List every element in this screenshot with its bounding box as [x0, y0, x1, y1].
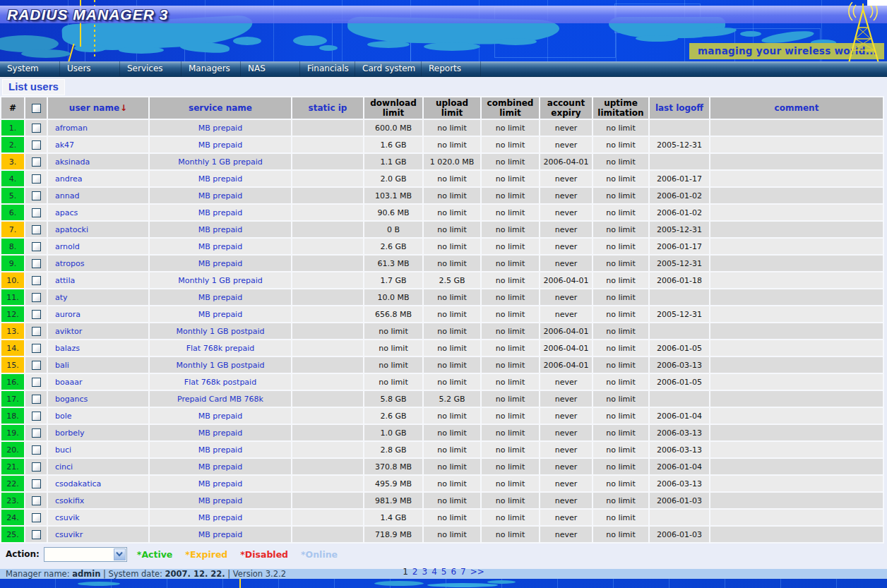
- service-name-link[interactable]: MB prepaid: [150, 408, 291, 424]
- service-name-link[interactable]: MB prepaid: [150, 442, 291, 457]
- service-name-link[interactable]: MB prepaid: [150, 256, 291, 271]
- service-name-link[interactable]: Monthly 1 GB postpaid: [150, 323, 291, 339]
- user-name-link[interactable]: aty: [48, 289, 148, 305]
- column-header-select[interactable]: [25, 97, 47, 119]
- comment-value: [710, 289, 883, 305]
- service-name-link[interactable]: MB prepaid: [150, 425, 291, 440]
- service-name-link[interactable]: MB prepaid: [150, 205, 291, 220]
- menu-item-users[interactable]: Users: [60, 61, 120, 76]
- row-checkbox[interactable]: [32, 157, 41, 167]
- row-checkbox[interactable]: [32, 208, 41, 217]
- menu-item-services[interactable]: Services: [120, 61, 181, 76]
- user-name-link[interactable]: ak47: [48, 137, 148, 152]
- user-name-link[interactable]: afroman: [48, 120, 148, 136]
- user-name-link[interactable]: apacs: [48, 205, 148, 220]
- row-checkbox[interactable]: [32, 344, 41, 353]
- service-name-link[interactable]: MB prepaid: [150, 510, 291, 525]
- user-name-link[interactable]: aksinada: [48, 154, 148, 169]
- column-header-last-logoff[interactable]: last logoff: [650, 97, 709, 119]
- page-link-3[interactable]: 3: [422, 567, 427, 577]
- page-link-4[interactable]: 4: [431, 567, 437, 577]
- menu-item-system[interactable]: System: [0, 61, 60, 76]
- row-checkbox[interactable]: [32, 412, 41, 421]
- service-name-link[interactable]: Monthly 1 GB prepaid: [150, 272, 291, 288]
- user-name-link[interactable]: csokifix: [48, 493, 148, 508]
- menu-item-managers[interactable]: Managers: [181, 61, 241, 76]
- service-name-link[interactable]: MB prepaid: [150, 476, 291, 491]
- row-checkbox[interactable]: [32, 140, 41, 150]
- user-name-link[interactable]: atropos: [48, 256, 148, 271]
- menu-item-financials[interactable]: Financials: [300, 61, 355, 76]
- row-checkbox[interactable]: [32, 276, 41, 285]
- row-checkbox[interactable]: [32, 225, 41, 234]
- row-checkbox[interactable]: [32, 310, 41, 319]
- page-link-2[interactable]: 2: [412, 567, 418, 577]
- page-link-7[interactable]: 7: [460, 567, 466, 577]
- row-checkbox[interactable]: [32, 259, 41, 268]
- row-checkbox[interactable]: [32, 479, 41, 488]
- user-name-link[interactable]: bali: [48, 357, 148, 373]
- service-name-link[interactable]: MB prepaid: [150, 493, 291, 508]
- user-name-link[interactable]: cinci: [48, 459, 148, 474]
- service-name-link[interactable]: MB prepaid: [150, 222, 291, 237]
- menu-item-nas[interactable]: NAS: [241, 61, 300, 76]
- user-name-link[interactable]: bole: [48, 408, 148, 424]
- row-checkbox[interactable]: [32, 361, 41, 370]
- user-name-link[interactable]: attila: [48, 272, 148, 288]
- service-name-link[interactable]: MB prepaid: [150, 306, 291, 322]
- page-link-5[interactable]: 5: [441, 567, 447, 577]
- service-name-link[interactable]: MB prepaid: [150, 459, 291, 474]
- row-checkbox[interactable]: [32, 242, 41, 251]
- row-checkbox[interactable]: [32, 293, 41, 302]
- user-name-link[interactable]: csuvik: [48, 510, 148, 525]
- service-name-link[interactable]: MB prepaid: [150, 239, 291, 254]
- row-checkbox[interactable]: [32, 191, 41, 200]
- row-checkbox[interactable]: [32, 327, 41, 336]
- service-name-link[interactable]: MB prepaid: [150, 527, 291, 542]
- row-checkbox[interactable]: [32, 530, 41, 539]
- row-checkbox[interactable]: [32, 462, 41, 472]
- page-link-6[interactable]: 6: [451, 567, 456, 577]
- column-header-comment[interactable]: comment: [710, 97, 883, 119]
- user-name-link[interactable]: aurora: [48, 306, 148, 322]
- row-checkbox[interactable]: [32, 124, 41, 133]
- menu-item-reports[interactable]: Reports: [422, 61, 481, 76]
- row-checkbox[interactable]: [32, 378, 41, 387]
- row-checkbox[interactable]: [32, 174, 41, 184]
- service-name-link[interactable]: Prepaid Card MB 768k: [150, 391, 291, 407]
- user-name-link[interactable]: buci: [48, 442, 148, 457]
- service-name-link[interactable]: MB prepaid: [150, 188, 291, 203]
- menu-item-card-system[interactable]: Card system: [355, 61, 422, 76]
- user-name-link[interactable]: apatocki: [48, 222, 148, 237]
- user-name-link[interactable]: aviktor: [48, 323, 148, 339]
- user-name-link[interactable]: borbely: [48, 425, 148, 440]
- user-name-link[interactable]: csuvikr: [48, 527, 148, 542]
- user-name-link[interactable]: arnold: [48, 239, 148, 254]
- select-all-checkbox[interactable]: [32, 104, 41, 113]
- service-name-link[interactable]: MB prepaid: [150, 171, 291, 186]
- service-name-link[interactable]: Monthly 1 GB prepaid: [150, 154, 291, 169]
- column-header-static-ip[interactable]: static ip: [292, 97, 363, 119]
- user-name-link[interactable]: balazs: [48, 340, 148, 356]
- row-checkbox[interactable]: [32, 445, 41, 455]
- service-name-link[interactable]: MB prepaid: [150, 137, 291, 152]
- column-header-user-name[interactable]: user name↓: [48, 97, 148, 119]
- service-name-link[interactable]: MB prepaid: [150, 120, 291, 136]
- user-name-link[interactable]: bogancs: [48, 391, 148, 407]
- action-select[interactable]: [44, 547, 127, 562]
- row-checkbox[interactable]: [32, 496, 41, 505]
- user-name-link[interactable]: annad: [48, 188, 148, 203]
- column-header-service-name[interactable]: service name: [150, 97, 291, 119]
- service-name-link[interactable]: Flat 768k postpaid: [150, 374, 291, 390]
- page-next-link[interactable]: >>: [470, 567, 484, 577]
- chevron-down-icon[interactable]: [114, 548, 126, 560]
- user-name-link[interactable]: csodakatica: [48, 476, 148, 491]
- user-name-link[interactable]: andrea: [48, 171, 148, 186]
- row-checkbox[interactable]: [32, 513, 41, 522]
- service-name-link[interactable]: Flat 768k prepaid: [150, 340, 291, 356]
- user-name-link[interactable]: boaaar: [48, 374, 148, 390]
- service-name-link[interactable]: Monthly 1 GB postpaid: [150, 357, 291, 373]
- service-name-link[interactable]: MB prepaid: [150, 289, 291, 305]
- row-checkbox[interactable]: [32, 428, 41, 438]
- row-checkbox[interactable]: [32, 395, 41, 404]
